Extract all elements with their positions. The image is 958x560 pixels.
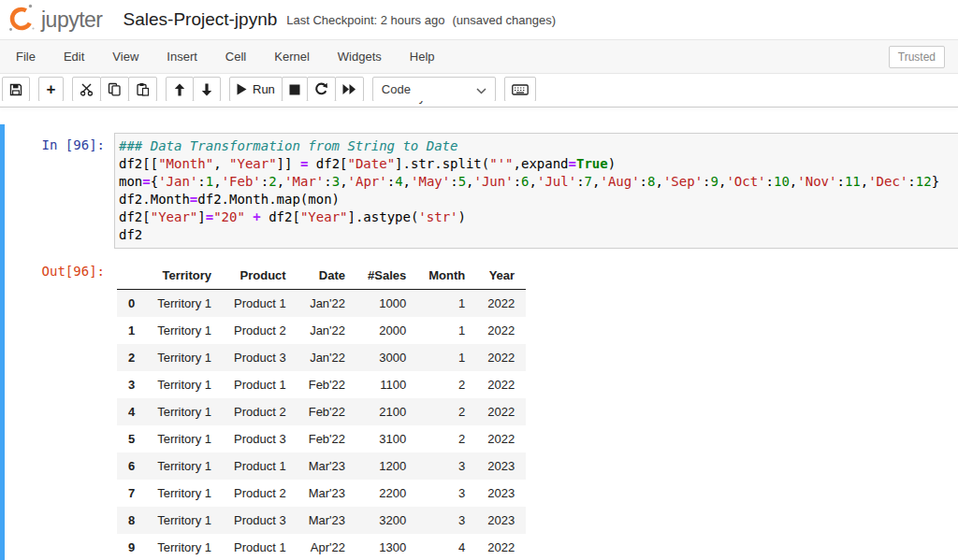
notebook-container: In [96]: ### Data Transformation from St… (0, 124, 958, 560)
table-cell: Feb'22 (298, 425, 356, 452)
table-cell: Product 3 (223, 425, 298, 452)
table-cell: 2023 (476, 507, 526, 534)
table-cell: Mar'23 (298, 480, 356, 507)
paste-cell-button[interactable] (128, 77, 157, 102)
run-cell-button[interactable]: Run (229, 77, 283, 102)
move-cell-down-button[interactable] (193, 77, 221, 102)
cell-input-area: In [96]: ### Data Transformation from St… (5, 124, 958, 249)
row-index: 6 (117, 452, 146, 480)
table-cell: Product 2 (223, 480, 298, 507)
cell-type-value: Code (382, 82, 411, 96)
table-cell: Product 1 (223, 452, 298, 480)
cut-cell-button[interactable] (72, 77, 101, 102)
trusted-badge[interactable]: Trusted (889, 46, 945, 68)
menu-kernel[interactable]: Kernel (260, 40, 324, 73)
table-cell: 2 (417, 425, 476, 452)
menu-help[interactable]: Help (396, 40, 449, 73)
table-cell: Territory 1 (146, 452, 223, 480)
cell-type-dropdown[interactable]: Code (372, 77, 496, 102)
stop-icon (289, 84, 300, 95)
table-cell: Mar'23 (298, 452, 356, 480)
table-cell: Territory 1 (146, 425, 223, 452)
table-cell: 2022 (476, 534, 526, 560)
table-cell: 1 (417, 290, 476, 318)
unsaved-changes-status: (unsaved changes) (452, 13, 556, 27)
previous-output-partial-row: 2 Territory 1 Product 3 Jan'22 3000 (314, 101, 621, 104)
table-cell: Product 3 (223, 344, 298, 371)
table-cell: Jan'22 (298, 290, 356, 318)
insert-cell-button[interactable]: + (38, 77, 64, 102)
table-cell: 2000 (356, 317, 417, 344)
menu-widgets[interactable]: Widgets (324, 40, 396, 73)
column-header: Year (476, 263, 526, 290)
table-row: 4Territory 1Product 2Feb'22210022022 (117, 398, 526, 425)
table-row: 0Territory 1Product 1Jan'22100012022 (117, 290, 526, 318)
save-button[interactable] (2, 77, 30, 102)
notebook-title[interactable]: Sales-Project-jpynb (123, 9, 278, 30)
table-cell: Jan'22 (298, 317, 356, 344)
restart-kernel-button[interactable] (307, 77, 336, 102)
table-cell: 2022 (476, 290, 526, 318)
code-editor[interactable]: ### Data Transformation from String to D… (114, 133, 958, 249)
column-header: Product (223, 263, 298, 290)
restart-run-all-button[interactable] (335, 77, 364, 102)
table-cell: 2 (417, 398, 476, 425)
partial-row-index: 2 (314, 101, 321, 104)
table-cell: 3 (417, 452, 476, 480)
header-row: TerritoryProductDate#SalesMonthYear (117, 263, 526, 290)
table-cell: Territory 1 (146, 398, 223, 425)
scrolled-content-sliver: 2 Territory 1 Product 3 Jan'22 3000 (0, 101, 958, 107)
command-palette-button[interactable] (504, 77, 536, 102)
menu-edit[interactable]: Edit (50, 40, 98, 73)
code-line: ### Data Transformation from String to D… (119, 137, 955, 155)
code-line: df2 (119, 226, 955, 244)
row-index: 8 (117, 507, 146, 534)
table-cell: 2022 (476, 344, 526, 371)
header-divider (0, 107, 958, 108)
move-cell-up-button[interactable] (166, 77, 194, 102)
restart-icon (314, 82, 328, 96)
table-cell: 3000 (356, 344, 417, 371)
column-header: Date (298, 263, 356, 290)
table-cell: 3 (417, 507, 476, 534)
copy-cell-button[interactable] (100, 77, 129, 102)
column-header: Territory (146, 263, 223, 290)
selected-code-cell[interactable]: In [96]: ### Data Transformation from St… (0, 124, 958, 560)
menu-view[interactable]: View (98, 40, 152, 73)
table-cell: Product 1 (223, 290, 298, 318)
table-cell: Territory 1 (146, 317, 223, 344)
partial-row-product: Product 3 (463, 101, 515, 104)
cut-icon (80, 83, 94, 96)
run-button-label: Run (253, 82, 275, 96)
keyboard-icon (512, 83, 529, 96)
table-cell: Territory 1 (146, 371, 223, 398)
table-cell: 1 (417, 317, 476, 344)
table-cell: 2022 (476, 317, 526, 344)
menu-cell[interactable]: Cell (211, 40, 260, 73)
table-cell: 2023 (476, 480, 526, 507)
table-cell: 2100 (356, 398, 417, 425)
table-row: 6Territory 1Product 1Mar'23120032023 (117, 452, 526, 480)
dataframe-body: 0Territory 1Product 1Jan'221000120221Ter… (117, 290, 526, 560)
table-cell: 4 (417, 534, 476, 560)
interrupt-kernel-button[interactable] (282, 77, 308, 102)
partial-row-territory: Territory 1 (381, 101, 435, 104)
table-cell: Apr'22 (298, 534, 356, 560)
row-index: 5 (117, 425, 146, 452)
column-header: #Sales (356, 263, 417, 290)
table-cell: 2022 (476, 425, 526, 452)
menu-file[interactable]: File (2, 40, 50, 73)
cell-output-area: Out[96]: TerritoryProductDate#SalesMonth… (5, 258, 958, 560)
table-row: 2Territory 1Product 3Jan'22300012022 (117, 344, 526, 371)
code-line: df2.Month=df2.Month.map(mon) (119, 191, 955, 208)
menu-insert[interactable]: Insert (152, 40, 211, 73)
table-cell: 1300 (356, 534, 417, 560)
table-cell: Product 2 (223, 317, 298, 344)
jupyter-logo[interactable]: jupyter (7, 3, 103, 36)
input-prompt: In [96]: (5, 124, 114, 154)
table-cell: 1100 (356, 371, 417, 398)
table-cell: 2022 (476, 398, 526, 425)
table-cell: 1 (417, 344, 476, 371)
table-cell: Territory 1 (146, 344, 223, 371)
code-line: df2[["Month", "Year"]] = df2["Date"].str… (119, 155, 955, 173)
